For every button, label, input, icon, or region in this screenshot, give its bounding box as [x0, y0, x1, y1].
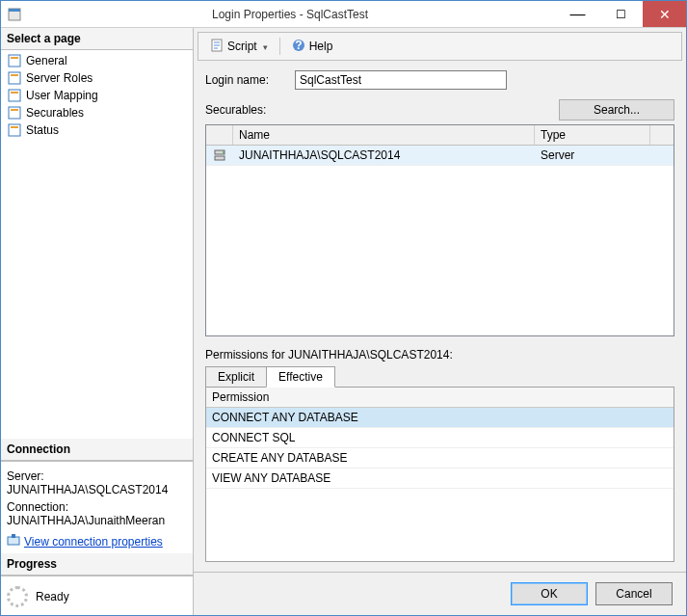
window-icon — [1, 8, 24, 21]
grid-header-row: Name Type — [206, 125, 674, 146]
permissions-tabs: Explicit Effective Permission CONNECT AN… — [205, 365, 674, 562]
svg-rect-5 — [11, 74, 18, 76]
maximize-button[interactable]: ☐ — [599, 1, 643, 27]
select-page-header: Select a page — [1, 28, 193, 50]
grid-header-type[interactable]: Type — [535, 125, 650, 145]
svg-rect-8 — [9, 107, 20, 119]
help-label: Help — [309, 40, 333, 53]
page-item-server-roles[interactable]: Server Roles — [1, 69, 193, 87]
svg-rect-7 — [11, 92, 18, 94]
page-item-status[interactable]: Status — [1, 121, 193, 139]
page-item-general[interactable]: General — [1, 52, 193, 69]
toolbar-separator — [279, 38, 280, 55]
connection-block: Server: JUNAITHHAJA\SQLCAST2014 Connecti… — [1, 461, 193, 553]
page-icon — [7, 70, 22, 86]
left-panel: Select a page General Server Roles User … — [1, 28, 194, 615]
securable-row[interactable]: JUNAITHHAJA\SQLCAST2014 Server — [206, 146, 674, 166]
page-item-securables[interactable]: Securables — [1, 104, 193, 121]
help-icon: ? — [292, 39, 305, 55]
permission-row[interactable]: VIEW ANY DATABASE — [206, 469, 674, 489]
server-value: JUNAITHHAJA\SQLCAST2014 — [7, 483, 187, 496]
securable-name: JUNAITHHAJA\SQLCAST2014 — [233, 146, 535, 165]
ok-button[interactable]: OK — [511, 582, 588, 605]
page-label: Server Roles — [26, 71, 92, 85]
page-list: General Server Roles User Mapping Secura… — [1, 50, 193, 141]
page-label: User Mapping — [26, 89, 98, 102]
tab-effective[interactable]: Effective — [266, 366, 335, 388]
page-icon — [7, 122, 22, 138]
script-label: Script — [227, 40, 257, 53]
page-icon — [7, 105, 22, 121]
svg-rect-18 — [215, 156, 225, 160]
svg-point-19 — [223, 151, 225, 153]
securables-grid[interactable]: Name Type JUNAITHHAJA\SQLCAST2014 Server — [205, 124, 674, 336]
login-properties-window: Login Properties - SqlCastTest — ☐ ✕ Sel… — [0, 0, 687, 616]
permission-row[interactable]: CONNECT ANY DATABASE — [206, 408, 674, 428]
svg-rect-13 — [12, 534, 15, 538]
page-item-user-mapping[interactable]: User Mapping — [1, 87, 193, 104]
securable-type: Server — [535, 146, 650, 165]
page-label: Securables — [26, 106, 84, 120]
svg-rect-12 — [8, 537, 19, 545]
search-button[interactable]: Search... — [559, 99, 674, 121]
svg-rect-1 — [9, 9, 20, 12]
connection-icon — [7, 533, 20, 549]
grid-header-name[interactable]: Name — [233, 125, 535, 145]
window-buttons: — ☐ ✕ — [556, 1, 686, 27]
chevron-down-icon[interactable] — [261, 40, 268, 53]
svg-rect-3 — [11, 57, 18, 59]
permission-list[interactable]: CONNECT ANY DATABASE CONNECT SQL CREATE … — [206, 408, 674, 561]
server-label: Server: — [7, 469, 187, 483]
login-name-label: Login name: — [205, 73, 287, 87]
svg-text:?: ? — [295, 39, 302, 52]
securables-label: Securables: — [205, 103, 266, 117]
permissions-for-label: Permissions for JUNAITHHAJA\SQLCAST2014: — [205, 348, 674, 362]
window-title: Login Properties - SqlCastTest — [24, 8, 556, 21]
login-name-input[interactable] — [295, 70, 507, 90]
right-panel: Script ? Help Login name: Securables: Se… — [194, 28, 686, 615]
connection-header: Connection — [1, 439, 193, 461]
cancel-button[interactable]: Cancel — [595, 582, 673, 605]
minimize-button[interactable]: — — [556, 1, 599, 27]
dialog-footer: OK Cancel — [194, 572, 686, 615]
progress-block: Ready — [1, 576, 193, 615]
progress-header: Progress — [1, 553, 193, 576]
script-button[interactable]: Script — [206, 37, 272, 57]
svg-rect-2 — [9, 55, 20, 67]
grid-header-icon — [206, 125, 233, 145]
permission-column-header[interactable]: Permission — [206, 388, 674, 408]
script-icon — [210, 39, 224, 55]
progress-status: Ready — [36, 590, 69, 603]
view-connection-properties-link[interactable]: View connection properties — [24, 535, 163, 549]
help-button[interactable]: ? Help — [288, 37, 337, 57]
effective-tab-body: Permission CONNECT ANY DATABASE CONNECT … — [205, 387, 674, 562]
page-icon — [7, 88, 22, 103]
content-area: Login name: Securables: Search... Name T… — [194, 61, 686, 572]
svg-rect-6 — [9, 90, 20, 101]
page-label: General — [26, 54, 67, 67]
connection-label: Connection: — [7, 500, 187, 514]
progress-spinner-icon — [7, 586, 28, 607]
tab-explicit[interactable]: Explicit — [205, 366, 267, 388]
close-button[interactable]: ✕ — [643, 1, 686, 27]
permission-row[interactable]: CONNECT SQL — [206, 428, 674, 448]
svg-rect-11 — [11, 126, 18, 128]
toolbar: Script ? Help — [198, 32, 682, 61]
page-icon — [7, 53, 22, 68]
titlebar: Login Properties - SqlCastTest — ☐ ✕ — [1, 1, 686, 28]
page-label: Status — [26, 123, 59, 137]
grid-header-spacer — [650, 125, 674, 145]
svg-rect-9 — [11, 109, 18, 111]
svg-rect-10 — [9, 124, 20, 136]
svg-rect-4 — [9, 72, 20, 84]
connection-value: JUNAITHHAJA\JunaithMeeran — [7, 514, 187, 527]
server-icon — [206, 146, 233, 165]
permission-row[interactable]: CREATE ANY DATABASE — [206, 448, 674, 469]
